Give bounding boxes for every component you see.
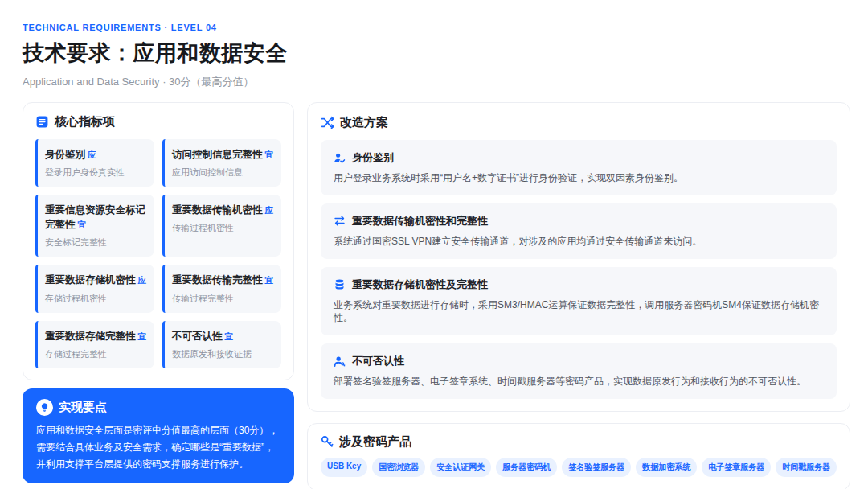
solution-desc: 用户登录业务系统时采用“用户名+数字证书”进行身份验证，实现双因素身份鉴别。 [334, 171, 824, 185]
transfer-arrows-icon [334, 215, 346, 227]
key-points-title: 实现要点 [59, 400, 107, 415]
product-tag: 服务器密码机 [496, 458, 557, 477]
product-tag: 数据加密系统 [636, 458, 697, 477]
indicator-item: 重要数据传输完整性宜 传输过程完整性 [162, 265, 281, 312]
indicator-title: 重要数据存储机密性应 [45, 273, 148, 287]
key-points-header: 实现要点 [36, 399, 280, 416]
indicator-item: 重要信息资源安全标记完整性宜 安全标记完整性 [35, 195, 154, 257]
solution-title: 不可否认性 [352, 354, 404, 368]
product-tag: 时间戳服务器 [776, 458, 837, 477]
user-check-icon [334, 152, 346, 164]
indicator-desc: 应用访问控制信息 [172, 166, 275, 179]
indicator-tag: 宜 [265, 150, 274, 159]
solution-desc: 业务系统对重要数据进行存储时，采用SM3/HMAC运算保证数据完整性，调用服务器… [334, 298, 824, 326]
header: TECHNICAL REQUIREMENTS · LEVEL 04 技术要求：应… [23, 23, 845, 89]
list-icon [35, 115, 49, 129]
indicator-desc: 安全标记完整性 [45, 236, 148, 249]
product-tag: USB Key [321, 458, 367, 477]
page-title: 技术要求：应用和数据安全 [23, 39, 845, 68]
core-indicators-title: 核心指标项 [55, 114, 115, 129]
solution-title: 重要数据传输机密性和完整性 [352, 214, 488, 228]
solution-item: 重要数据传输机密性和完整性 系统通过国密SSL VPN建立安全传输通道，对涉及的… [321, 203, 837, 259]
product-tag: 签名验签服务器 [562, 458, 631, 477]
indicator-tag: 宜 [265, 275, 274, 285]
indicator-item: 访问控制信息完整性宜 应用访问控制信息 [162, 139, 281, 187]
indicator-desc: 存储过程完整性 [45, 348, 148, 360]
product-tag: 电子签章服务器 [702, 458, 771, 477]
indicator-tag: 应 [265, 205, 274, 215]
core-indicators-header: 核心指标项 [35, 114, 281, 129]
indicator-desc: 数据原发和接收证据 [172, 348, 275, 360]
solution-title: 身份鉴别 [352, 150, 394, 165]
product-tag: 安全认证网关 [430, 458, 491, 477]
indicator-desc: 传输过程完整性 [172, 293, 275, 305]
solution-item: 身份鉴别 用户登录业务系统时采用“用户名+数字证书”进行身份验证，实现双因素身份… [321, 140, 837, 195]
product-tag-row: USB Key 国密浏览器 安全认证网关 服务器密码机 签名验签服务器 数据加密… [321, 458, 837, 477]
indicator-tag: 宜 [138, 331, 147, 341]
indicator-item: 身份鉴别应 登录用户身份真实性 [35, 139, 154, 187]
indicator-grid: 身份鉴别应 登录用户身份真实性 访问控制信息完整性宜 应用访问控制信息 重要信息… [35, 139, 281, 368]
products-card: 涉及密码产品 USB Key 国密浏览器 安全认证网关 服务器密码机 签名验签服… [307, 423, 850, 489]
key-points-card: 实现要点 应用和数据安全层面是密评中分值最高的层面（30分），需要结合具体业务及… [23, 388, 294, 483]
indicator-title: 不可否认性宜 [172, 329, 275, 343]
page-subtitle: Application and Data Security · 30分（最高分值… [23, 75, 845, 89]
indicator-tag: 宜 [78, 220, 87, 229]
content-columns: 核心指标项 身份鉴别应 登录用户身份真实性 访问控制信息完整性宜 应用访问控制信… [23, 102, 845, 479]
solution-item: 不可否认性 部署签名验签服务器、电子签章系统、时间戳服务器等密码产品，实现数据原… [321, 343, 837, 399]
user-key-icon [334, 355, 346, 368]
indicator-tag: 应 [138, 275, 147, 285]
right-column: 改造方案 身份鉴别 用户登录业务系统时采用“用户名+数字证书”进行身份验证，实现… [307, 102, 850, 479]
indicator-title: 重要数据传输机密性应 [172, 203, 275, 217]
indicator-title: 重要数据传输完整性宜 [172, 273, 275, 287]
solutions-list: 身份鉴别 用户登录业务系统时采用“用户名+数字证书”进行身份验证，实现双因素身份… [321, 140, 837, 399]
solution-desc: 部署签名验签服务器、电子签章系统、时间戳服务器等密码产品，实现数据原发行为和接收… [334, 375, 824, 388]
eyebrow-label: TECHNICAL REQUIREMENTS · LEVEL 04 [23, 23, 845, 32]
indicator-item: 不可否认性宜 数据原发和接收证据 [162, 321, 281, 368]
indicator-tag: 宜 [225, 331, 234, 341]
indicator-title: 访问控制信息完整性宜 [172, 147, 275, 162]
solution-desc: 系统通过国密SSL VPN建立安全传输通道，对涉及的应用均通过安全传输通道来访问… [334, 235, 824, 249]
products-title: 涉及密码产品 [339, 434, 411, 450]
indicator-title: 重要数据存储完整性宜 [45, 329, 148, 343]
solutions-card: 改造方案 身份鉴别 用户登录业务系统时采用“用户名+数字证书”进行身份验证，实现… [307, 102, 850, 412]
indicator-title: 重要信息资源安全标记完整性宜 [45, 203, 148, 232]
shuffle-arrows-icon [321, 116, 334, 129]
solutions-header: 改造方案 [321, 115, 837, 130]
products-header: 涉及密码产品 [321, 434, 837, 450]
indicator-item: 重要数据存储完整性宜 存储过程完整性 [35, 321, 154, 368]
indicator-desc: 存储过程机密性 [45, 293, 148, 305]
indicator-item: 重要数据传输机密性应 传输过程机密性 [162, 195, 281, 257]
indicator-desc: 传输过程机密性 [172, 222, 275, 234]
indicator-item: 重要数据存储机密性应 存储过程机密性 [35, 265, 154, 312]
left-column: 核心指标项 身份鉴别应 登录用户身份真实性 访问控制信息完整性宜 应用访问控制信… [23, 102, 294, 479]
indicator-desc: 登录用户身份真实性 [45, 166, 148, 179]
slide: TECHNICAL REQUIREMENTS · LEVEL 04 技术要求：应… [0, 0, 868, 489]
solutions-title: 改造方案 [340, 115, 388, 130]
indicator-tag: 应 [88, 150, 96, 159]
solution-title: 重要数据存储机密性及完整性 [352, 277, 488, 292]
database-icon [334, 278, 346, 290]
key-points-body: 应用和数据安全层面是密评中分值最高的层面（30分），需要结合具体业务及安全需求，… [36, 422, 280, 473]
solution-item: 重要数据存储机密性及完整性 业务系统对重要数据进行存储时，采用SM3/HMAC运… [321, 267, 837, 336]
core-indicators-card: 核心指标项 身份鉴别应 登录用户身份真实性 访问控制信息完整性宜 应用访问控制信… [23, 102, 294, 380]
key-icon [321, 435, 334, 448]
indicator-title: 身份鉴别应 [45, 147, 148, 162]
product-tag: 国密浏览器 [372, 458, 425, 477]
lightbulb-icon [36, 399, 53, 416]
